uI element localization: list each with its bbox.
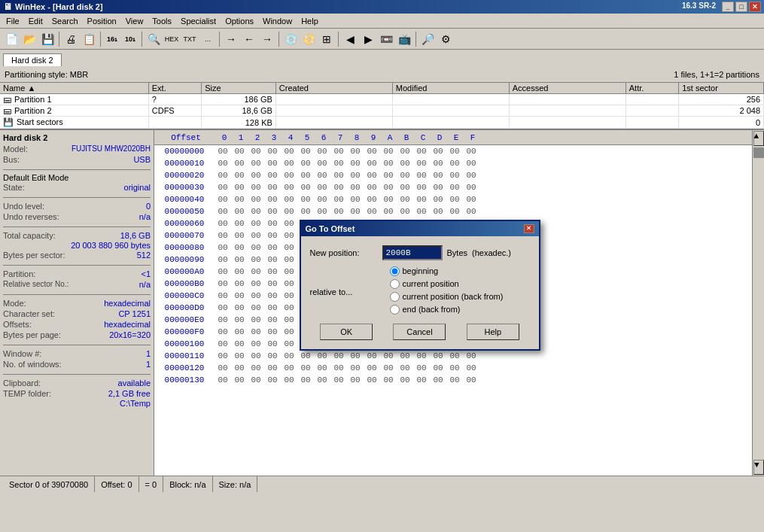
radio-end-back[interactable]: end (back from): [390, 305, 504, 315]
hex-byte[interactable]: 00: [231, 315, 248, 324]
hex-byte[interactable]: 00: [248, 243, 264, 252]
hex-byte[interactable]: 00: [231, 147, 248, 156]
hex-byte[interactable]: 00: [215, 375, 231, 385]
hex-byte[interactable]: 00: [231, 363, 248, 372]
hex-byte[interactable]: 00: [264, 291, 281, 300]
hex-byte[interactable]: 00: [347, 159, 364, 168]
hex-byte[interactable]: 00: [215, 279, 231, 288]
hex-byte[interactable]: 00: [264, 303, 281, 312]
hex-byte[interactable]: 00: [297, 171, 314, 180]
radio-current-back[interactable]: current position (back from): [390, 292, 504, 302]
dec-button[interactable]: 10₁: [122, 31, 138, 47]
hex-byte[interactable]: 00: [430, 171, 446, 180]
hex-byte[interactable]: 00: [231, 171, 248, 180]
hex-byte[interactable]: 00: [463, 183, 479, 192]
hex-byte[interactable]: 00: [215, 219, 231, 228]
hex-byte[interactable]: 00: [314, 159, 330, 168]
hex-byte[interactable]: 00: [430, 195, 446, 204]
disk-button[interactable]: 💿: [282, 31, 299, 47]
table-row[interactable]: 💾Start sectors 128 KB 0: [0, 117, 764, 129]
hex-byte[interactable]: 00: [297, 351, 314, 360]
hex-byte[interactable]: 00: [231, 207, 248, 216]
print2-button[interactable]: 📋: [81, 31, 97, 47]
hex-byte[interactable]: 00: [430, 159, 446, 168]
hex-byte[interactable]: 00: [248, 303, 264, 312]
goto-offset-dialog[interactable]: Go To Offset ✕ New position: Bytes (hexa…: [300, 220, 540, 351]
hex-byte[interactable]: 00: [380, 195, 397, 204]
radio-current-input[interactable]: [390, 279, 400, 289]
hex-byte[interactable]: 00: [347, 363, 364, 372]
hex-byte[interactable]: 00: [446, 363, 463, 372]
hex-byte[interactable]: 00: [231, 279, 248, 288]
hex-byte[interactable]: 00: [248, 219, 264, 228]
hex-byte[interactable]: 00: [397, 171, 413, 180]
hex-byte[interactable]: 00: [281, 231, 297, 240]
radio-beginning-input[interactable]: [390, 266, 400, 276]
hex-byte[interactable]: 00: [231, 231, 248, 240]
hex-row[interactable]: 0000011000000000000000000000000000000000: [154, 350, 764, 362]
hex-byte[interactable]: 00: [264, 183, 281, 192]
hex-byte[interactable]: 00: [281, 315, 297, 324]
find-text-button[interactable]: TXT: [181, 31, 198, 47]
hex-byte[interactable]: 00: [330, 159, 347, 168]
col-accessed[interactable]: Accessed: [509, 83, 626, 94]
hex-byte[interactable]: 00: [215, 363, 231, 372]
hex-byte[interactable]: 00: [314, 363, 330, 372]
hex-byte[interactable]: 00: [281, 159, 297, 168]
hex-byte[interactable]: 00: [297, 363, 314, 372]
hex-byte[interactable]: 00: [413, 351, 430, 360]
hex-byte[interactable]: 00: [215, 315, 231, 324]
col-modified[interactable]: Modified: [392, 83, 509, 94]
hex-byte[interactable]: 00: [281, 339, 297, 348]
hex-byte[interactable]: 00: [446, 375, 463, 385]
hex-byte[interactable]: 00: [231, 255, 248, 264]
hex-button[interactable]: 16₁: [104, 31, 120, 47]
hex-byte[interactable]: 00: [248, 171, 264, 180]
hex-byte[interactable]: 00: [463, 171, 479, 180]
hex-byte[interactable]: 00: [281, 363, 297, 372]
hex-byte[interactable]: 00: [264, 327, 281, 336]
hex-row[interactable]: 0000005000000000000000000000000000000000: [154, 205, 764, 217]
hex-byte[interactable]: 00: [264, 195, 281, 204]
hex-byte[interactable]: 00: [364, 183, 380, 192]
hex-byte[interactable]: 00: [364, 159, 380, 168]
hex-byte[interactable]: 00: [314, 351, 330, 360]
radio-current[interactable]: current position: [390, 279, 504, 289]
hex-byte[interactable]: 00: [430, 375, 446, 385]
hex-byte[interactable]: 00: [364, 147, 380, 156]
hex-byte[interactable]: 00: [281, 183, 297, 192]
hex-byte[interactable]: 00: [215, 327, 231, 336]
minimize-button[interactable]: _: [722, 2, 734, 12]
hex-byte[interactable]: 00: [463, 363, 479, 372]
hex-byte[interactable]: 00: [314, 171, 330, 180]
hex-byte[interactable]: 00: [463, 207, 479, 216]
hex-byte[interactable]: 00: [231, 159, 248, 168]
hex-byte[interactable]: 00: [231, 375, 248, 385]
hex-byte[interactable]: 00: [281, 255, 297, 264]
hex-byte[interactable]: 00: [413, 171, 430, 180]
hex-byte[interactable]: 00: [347, 195, 364, 204]
hex-byte[interactable]: 00: [248, 183, 264, 192]
forward-button[interactable]: →: [259, 31, 275, 47]
hex-byte[interactable]: 00: [248, 291, 264, 300]
find-hex-button[interactable]: HEX: [163, 31, 180, 47]
hex-byte[interactable]: 00: [248, 147, 264, 156]
hex-byte[interactable]: 00: [413, 363, 430, 372]
find-button[interactable]: 🔍: [145, 31, 162, 47]
table-row[interactable]: 🖴Partition 2 CDFS 18,6 GB 2 048: [0, 105, 764, 117]
hex-byte[interactable]: 00: [364, 363, 380, 372]
hex-byte[interactable]: 00: [446, 159, 463, 168]
hex-byte[interactable]: 00: [364, 195, 380, 204]
bytes-button[interactable]: Bytes: [447, 248, 468, 257]
back-button[interactable]: ←: [241, 31, 257, 47]
hex-byte[interactable]: 00: [330, 171, 347, 180]
hex-byte[interactable]: 00: [330, 351, 347, 360]
hex-row[interactable]: 0000002000000000000000000000000000000000: [154, 169, 764, 181]
hex-row[interactable]: 0000001000000000000000000000000000000000: [154, 157, 764, 169]
clone-button[interactable]: ⊞: [318, 31, 335, 47]
hex-byte[interactable]: 00: [413, 159, 430, 168]
col-size[interactable]: Size: [202, 83, 276, 94]
hex-byte[interactable]: 00: [231, 351, 248, 360]
hex-byte[interactable]: 00: [264, 339, 281, 348]
hex-byte[interactable]: 00: [248, 207, 264, 216]
